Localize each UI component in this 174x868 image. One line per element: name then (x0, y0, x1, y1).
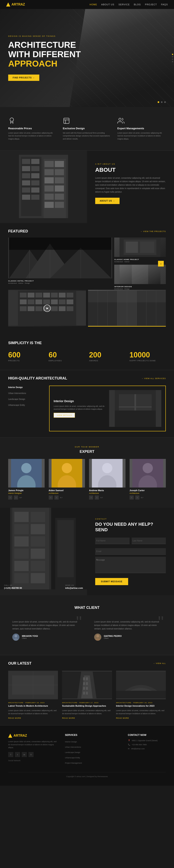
svg-rect-138 (116, 691, 166, 698)
service-item-interior[interactable]: Interior Design (8, 385, 45, 389)
footer-instagram-icon[interactable]: in (22, 752, 27, 757)
footer-service-3[interactable]: Landscape Design (65, 751, 80, 753)
featured-next-btn[interactable]: › (158, 261, 164, 267)
team-title: EXPERT (8, 450, 166, 454)
member-1-facebook[interactable]: f (8, 495, 12, 500)
svg-rect-51 (35, 293, 42, 298)
nav-blog[interactable]: BLOG (134, 3, 141, 6)
featured-item-3[interactable]: INTERIOR DESIGN Architecture · Design (113, 265, 166, 290)
service-item-urban[interactable]: Urban Interventions (8, 392, 45, 395)
footer-service-4[interactable]: Urbanscape Entity (65, 757, 80, 759)
footer-about-col: ARTRAZ Lorem ipsum dolor sit amet, conse… (8, 734, 59, 766)
member-4-facebook[interactable]: f (130, 495, 134, 500)
scroll-dot-2 (172, 56, 173, 57)
service-item-urbanscape[interactable]: Urbanscape Entity (8, 403, 45, 407)
contact-form: Submit Message (95, 537, 166, 585)
member-3-twitter[interactable]: t (95, 495, 99, 500)
nav-faqs[interactable]: FAQS (161, 3, 168, 6)
hero-dot-1[interactable] (158, 101, 159, 103)
featured-bottom-1[interactable]: ▶ (8, 290, 87, 327)
footer-twitter-icon[interactable]: t (15, 752, 20, 757)
member-3-facebook[interactable]: f (89, 495, 93, 500)
svg-rect-5 (21, 157, 42, 216)
footer-service-2[interactable]: Urban Interventions (65, 746, 81, 748)
form-email-input[interactable] (95, 548, 166, 555)
blog-read-more-1[interactable]: READ MORE (8, 717, 58, 719)
svg-point-118 (96, 634, 99, 638)
service-featured-cta[interactable]: VIEW DETAILS (54, 413, 75, 418)
footer-service-5[interactable]: Project Management (65, 762, 82, 764)
footer-services-col: SERVICES Interior Design Urban Intervent… (65, 734, 90, 766)
featured-bottom-2[interactable] (87, 290, 166, 327)
hero-cta-button[interactable]: FIND PROJECTS → (8, 74, 39, 81)
hero-dot-2[interactable] (161, 101, 163, 103)
blog-post-3[interactable]: Architecture · February 16, 2023 Interio… (116, 671, 166, 719)
hero-tag: Design Is Making Sense of Things (8, 35, 81, 37)
play-button-1[interactable]: ▶ (44, 305, 51, 312)
member-2-facebook[interactable]: f (49, 495, 53, 500)
nav-about[interactable]: ABOUT US (101, 3, 115, 6)
svg-rect-25 (45, 185, 54, 192)
blog-post-1[interactable]: Architecture · February 18, 2023 Latest … (8, 671, 58, 719)
member-1-twitter[interactable]: t (14, 495, 18, 500)
service-item-landscape[interactable]: Landscape Design (8, 398, 45, 401)
form-firstname-input[interactable] (95, 537, 130, 544)
footer-service-1[interactable]: Interior Design (65, 741, 77, 743)
hero-title-line1: ARCHITECTURE (8, 40, 81, 50)
svg-point-89 (61, 463, 72, 473)
featured-view-all[interactable]: → VIEW THE PROJECTS (141, 230, 166, 232)
form-message-textarea[interactable] (95, 557, 166, 573)
featured-bottom-img-1: ▶ (8, 290, 86, 327)
blog-post-title-2: Sustainable Building Design Approaches (62, 704, 112, 708)
footer-contact-col: CONTACT NOW 📍 4962 1 Opposite Grand (Str… (128, 734, 166, 766)
footer-linkedin-icon[interactable]: li (28, 752, 33, 757)
featured-header: FEATURED → VIEW THE PROJECTS (0, 223, 174, 238)
contact-submit-button[interactable]: Submit Message (95, 578, 128, 585)
blog-read-more-3[interactable]: READ MORE (116, 717, 166, 719)
svg-rect-69 (67, 306, 73, 311)
blog-cat-2: Architecture · February 17, 2023 (62, 702, 112, 704)
services-layout: Interior Design Urban Interventions Land… (8, 385, 166, 431)
blog-img-3 (116, 671, 166, 699)
blog-grid: Architecture · February 18, 2023 Latest … (8, 671, 166, 719)
nav-links: HOME ABOUT US SERVICE BLOG PROJECT FAQS (90, 3, 168, 6)
featured-col-right: CLASSIC HOME PROJECT Architecture · Inte… (113, 238, 166, 290)
featured-item-2[interactable]: CLASSIC HOME PROJECT Architecture · Inte… (113, 238, 166, 262)
member-name-2: Aiden Samuel (49, 489, 85, 492)
nav-project[interactable]: PROJECT (145, 3, 157, 6)
stat-projects-label: PROJECTS (8, 360, 45, 362)
form-lastname-input[interactable] (132, 537, 166, 544)
blog-read-more-2[interactable]: READ MORE (62, 717, 112, 719)
nav-service[interactable]: SERVICE (119, 3, 130, 6)
blog-view-all[interactable]: → VIEW ALL (153, 662, 166, 664)
svg-rect-130 (86, 677, 88, 680)
member-name-4: Joseph Carter (130, 489, 166, 492)
testimonial-2-text: Lorem ipsum dolor sit amet, consectetur … (94, 620, 162, 630)
hero-dot-3[interactable] (164, 101, 166, 103)
svg-rect-14 (22, 187, 30, 193)
about-cta-button[interactable]: ABOUT US → (95, 198, 120, 204)
progress-bar (88, 326, 166, 327)
svg-rect-64 (28, 306, 34, 311)
blog-post-2[interactable]: Architecture · February 17, 2023 Sustain… (62, 671, 112, 719)
contact-image: CALL US (+123) 456789 00 SEND US info@ar… (0, 508, 87, 595)
contact-email-value: info@artraz.com (65, 587, 83, 589)
project-label-3: INTERIOR DESIGN (114, 284, 166, 288)
member-4-twitter[interactable]: t (135, 495, 140, 500)
blog-excerpt-3: Lorem ipsum dolor sit amet, consectetur … (116, 709, 166, 715)
site-logo[interactable]: ARTRAZ (6, 2, 25, 6)
svg-rect-108 (14, 561, 29, 571)
featured-item-1[interactable]: CLASSIC HOTEL PROJECT Architecture · Int… (8, 238, 113, 290)
nav-home[interactable]: HOME (90, 3, 97, 6)
project-sub-3: Architecture · Design (114, 288, 166, 290)
services-view-all[interactable]: → VIEW ALL SERVICES (142, 377, 166, 379)
member-2-twitter[interactable]: t (54, 495, 58, 500)
svg-rect-83 (119, 406, 151, 407)
feature-prices-title: Reasonable Prices (8, 127, 57, 130)
footer-copyright: Copyright © artraz.com | Designed by the… (66, 775, 108, 777)
member-3-count: 5.7 (100, 497, 103, 499)
footer-facebook-icon[interactable]: f (8, 752, 13, 757)
service-image (109, 390, 161, 427)
featured-img-1 (8, 238, 112, 278)
team-header: OUR TEAM MEMBER EXPERT (8, 446, 166, 454)
